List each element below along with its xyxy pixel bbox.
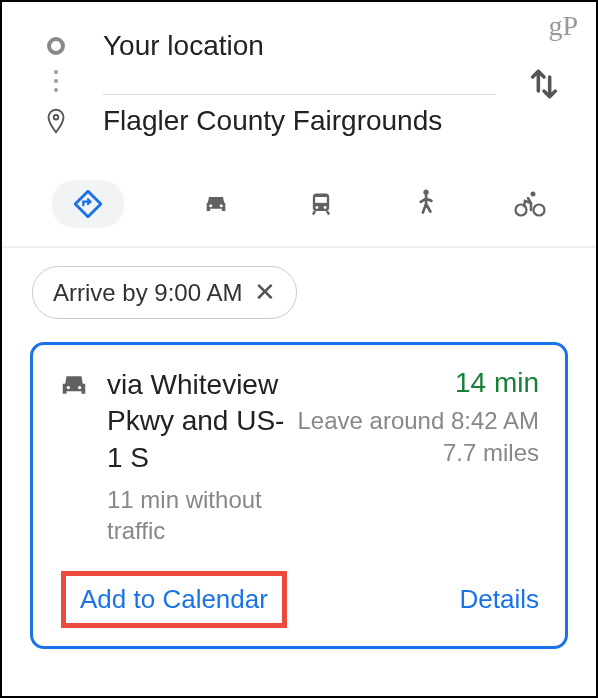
svg-point-5 [316,206,319,209]
tab-transit[interactable] [307,190,335,218]
car-icon [202,190,230,218]
input-divider [103,94,496,95]
svg-point-10 [531,192,536,197]
bike-icon [514,190,546,218]
swap-button[interactable] [527,67,561,105]
origin-row[interactable]: Your location [47,22,566,70]
mode-tabs [2,155,596,246]
filter-row: Arrive by 9:00 AM ✕ [2,248,596,337]
walk-icon [413,189,437,219]
route-leave-around: Leave around 8:42 AM [297,405,539,437]
svg-point-6 [324,206,327,209]
svg-point-11 [67,386,70,389]
chip-label: Arrive by 9:00 AM [53,279,242,307]
svg-point-12 [78,386,81,389]
route-without-traffic: 11 min without traffic [107,484,297,546]
route-distance: 7.7 miles [297,437,539,469]
directions-inputs: Your location Flagler County Fairgrounds [2,2,596,155]
destination-text: Flagler County Fairgrounds [103,97,566,145]
origin-circle-icon [47,37,65,55]
svg-point-7 [423,190,428,195]
watermark: gP [548,10,578,42]
tab-walking[interactable] [413,189,437,219]
tab-best[interactable] [52,180,124,228]
route-name: via Whiteview Pkwy and US-1 S [107,367,297,476]
svg-point-0 [54,115,59,120]
arrive-by-chip[interactable]: Arrive by 9:00 AM ✕ [32,266,297,319]
route-card[interactable]: via Whiteview Pkwy and US-1 S 11 min wit… [30,342,568,649]
transit-icon [307,190,335,218]
close-icon[interactable]: ✕ [254,277,276,308]
dots-icon [47,64,65,98]
svg-point-2 [219,204,222,207]
add-to-calendar-button[interactable]: Add to Calendar [80,584,268,614]
svg-point-1 [209,204,212,207]
origin-text: Your location [103,22,566,70]
svg-rect-4 [315,197,327,203]
destination-row[interactable]: Flagler County Fairgrounds [47,97,566,145]
tab-cycling[interactable] [514,190,546,218]
directions-icon [74,190,102,218]
svg-point-9 [534,205,545,216]
car-icon [59,371,89,547]
details-button[interactable]: Details [460,584,539,615]
highlight-annotation: Add to Calendar [61,571,287,628]
route-eta: 14 min [297,367,539,399]
tab-driving[interactable] [202,190,230,218]
destination-pin-icon [47,109,65,133]
